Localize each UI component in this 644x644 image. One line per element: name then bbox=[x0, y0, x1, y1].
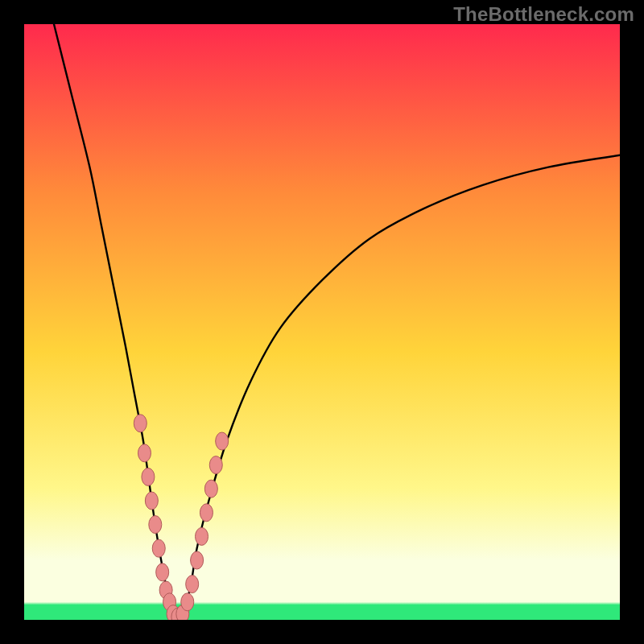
curve-marker bbox=[186, 576, 199, 593]
curve-marker bbox=[200, 504, 213, 522]
curve-marker bbox=[181, 593, 194, 611]
curve-marker bbox=[152, 539, 165, 557]
gradient-background bbox=[24, 24, 620, 620]
curve-marker bbox=[156, 564, 169, 581]
curve-marker bbox=[145, 492, 158, 510]
curve-marker bbox=[138, 444, 151, 462]
curve-marker bbox=[196, 527, 208, 545]
chart-svg bbox=[24, 24, 620, 620]
curve-marker bbox=[216, 432, 229, 450]
plot-area bbox=[24, 24, 620, 620]
curve-marker bbox=[149, 516, 162, 534]
chart-frame: TheBottleneck.com bbox=[0, 0, 644, 644]
curve-marker bbox=[142, 468, 155, 485]
watermark-text: TheBottleneck.com bbox=[453, 3, 634, 26]
curve-marker bbox=[204, 480, 217, 497]
curve-marker bbox=[134, 415, 147, 432]
curve-marker bbox=[209, 456, 222, 474]
curve-marker bbox=[191, 551, 204, 569]
